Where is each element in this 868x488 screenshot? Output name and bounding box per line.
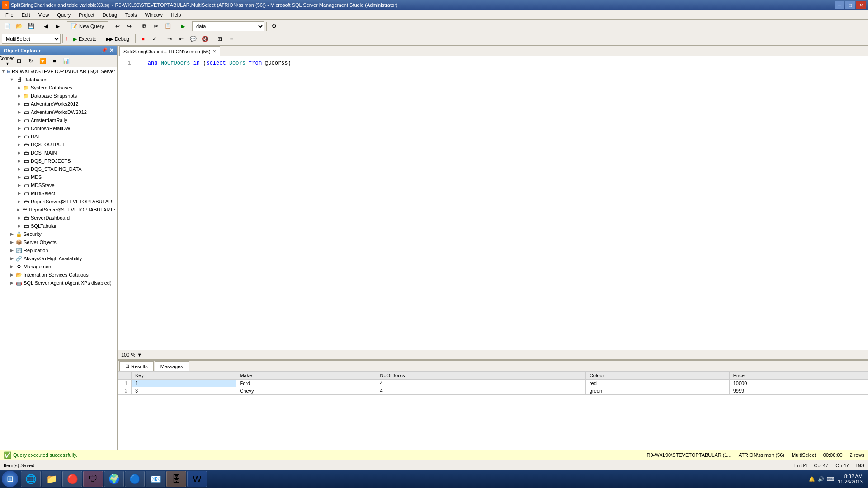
indent-button[interactable]: ⇥ (164, 34, 175, 44)
db-multiselect[interactable]: ▶ 🗃 MultiSelect (0, 189, 117, 197)
cell-key-2[interactable]: 3 (132, 387, 236, 395)
taskbar-folder[interactable]: 📁 (42, 471, 61, 487)
menu-window[interactable]: Window (142, 11, 166, 19)
replication-node[interactable]: ▶ 🔄 Replication (0, 246, 117, 254)
db-adventureworks2012[interactable]: ▶ 🗃 AdventureWorks2012 (0, 100, 117, 108)
snap-expand[interactable]: ▶ (15, 92, 23, 99)
open-button[interactable]: 📂 (14, 21, 24, 31)
taskbar-ssms[interactable]: 🗄 (166, 471, 186, 487)
new-file-button[interactable]: 📄 (2, 21, 13, 31)
cut-button[interactable]: ✂ (151, 21, 161, 31)
menu-tools[interactable]: Tools (122, 11, 141, 19)
db-serverdashboard[interactable]: ▶ 🗃 ServerDashboard (0, 214, 117, 222)
system-databases-node[interactable]: ▶ 📁 System Databases (0, 84, 117, 92)
menu-project[interactable]: Project (75, 11, 98, 19)
col-header-noofdoors[interactable]: NoOfDoors (376, 372, 585, 380)
options-button[interactable]: ⚙ (269, 21, 279, 31)
db-contosoretaildw[interactable]: ▶ 🗃 ContosoRetailDW (0, 124, 117, 132)
server-expand[interactable]: ▼ (1, 68, 6, 75)
db-adventureworksdw2012[interactable]: ▶ 🗃 AdventureWorksDW2012 (0, 108, 117, 116)
menu-debug[interactable]: Debug (99, 11, 121, 19)
oe-connect-button[interactable]: Connect ▾ (2, 56, 13, 66)
databases-expand[interactable]: ▼ (8, 76, 15, 83)
db-dqs-staging[interactable]: ▶ 🗃 DQS_STAGING_DATA (0, 165, 117, 173)
menu-file[interactable]: File (2, 11, 17, 19)
close-button[interactable]: ✕ (856, 1, 866, 9)
query-editor[interactable]: 1 and NoOfDoors in (select Doors from @D… (118, 56, 868, 350)
tab-close-icon[interactable]: ✕ (212, 49, 216, 54)
col-header-price[interactable]: Price (729, 372, 868, 380)
redo-button[interactable]: ↪ (124, 21, 135, 31)
cell-key-1[interactable]: 1 (132, 380, 236, 387)
db-amsterdamrally[interactable]: ▶ 🗃 AmsterdamRally (0, 116, 117, 124)
run-button[interactable]: ▶ (177, 21, 188, 31)
server-objects-node[interactable]: ▶ 📦 Server Objects (0, 238, 117, 246)
messages-tab[interactable]: Messages (155, 361, 189, 371)
databases-node[interactable]: ▼ 🗄 Databases (0, 75, 117, 84)
db-mds[interactable]: ▶ 🗃 MDS (0, 173, 117, 181)
paste-button[interactable]: 📋 (162, 21, 173, 31)
taskbar-word[interactable]: W (187, 471, 207, 487)
taskbar-ie[interactable]: 🌐 (21, 471, 41, 487)
table-row[interactable]: 2 3 Chevy 4 green 9999 (118, 387, 868, 395)
forward-button[interactable]: ▶ (52, 21, 63, 31)
db-dqs-projects[interactable]: ▶ 🗃 DQS_PROJECTS (0, 157, 117, 165)
oe-disconnect-button[interactable]: ⊟ (14, 56, 24, 66)
management-node[interactable]: ▶ ⚙ Management (0, 263, 117, 271)
results-grid-button[interactable]: ⊞ (214, 34, 225, 44)
zoom-dropdown-icon[interactable]: ▼ (137, 352, 142, 357)
taskbar-chrome[interactable]: 🔴 (62, 471, 82, 487)
start-button[interactable]: ⊞ (2, 471, 18, 487)
db-dqs-output[interactable]: ▶ 🗃 DQS_OUTPUT (0, 141, 117, 149)
db-dal[interactable]: ▶ 🗃 DAL (0, 132, 117, 141)
taskbar-lotus[interactable]: 📧 (146, 471, 165, 487)
taskbar-red-app[interactable]: 🛡 (83, 471, 103, 487)
oe-pin-icon[interactable]: 📌 (101, 47, 108, 53)
undo-button[interactable]: ↩ (112, 21, 123, 31)
query-tab[interactable]: SplitStringCharind...TRION\ssimon (56) ✕ (119, 46, 220, 56)
sql-agent-node[interactable]: ▶ 🤖 SQL Server Agent (Agent XPs disabled… (0, 279, 117, 287)
results-tab[interactable]: ⊞ Results (119, 361, 154, 371)
col-header-colour[interactable]: Colour (585, 372, 729, 380)
db-sqltabular[interactable]: ▶ 🗃 SQLTabular (0, 222, 117, 230)
back-button[interactable]: ◀ (40, 21, 51, 31)
results-text-button[interactable]: ≡ (226, 34, 237, 44)
col-header-make[interactable]: Make (236, 372, 376, 380)
sysdb-expand[interactable]: ▶ (15, 84, 23, 91)
taskbar-ie2[interactable]: 🔵 (125, 471, 145, 487)
db-snapshots-node[interactable]: ▶ 📁 Database Snapshots (0, 92, 117, 100)
oe-filter-button[interactable]: 🔽 (37, 56, 48, 66)
integration-services-node[interactable]: ▶ 📂 Integration Services Catalogs (0, 271, 117, 279)
maximize-button[interactable]: □ (845, 1, 855, 9)
stop-button[interactable]: ■ (137, 34, 148, 44)
menu-edit[interactable]: Edit (18, 11, 34, 19)
cell-doors-1[interactable]: 4 (376, 380, 585, 387)
database-dropdown[interactable]: data (192, 21, 264, 31)
db-mdssteve[interactable]: ▶ 🗃 MDSSteve (0, 181, 117, 189)
new-query-button[interactable]: 📝 New Query (67, 21, 108, 31)
db-reportserver[interactable]: ▶ 🗃 ReportServer$STEVETOPTABULAR (0, 197, 117, 206)
mode-dropdown[interactable]: MultiSelect (2, 34, 61, 44)
db-reportserver-te[interactable]: ▶ 🗃 ReportServer$STEVETOPTABULARTe (0, 206, 117, 214)
alwayson-node[interactable]: ▶ 🔗 AlwaysOn High Availability (0, 254, 117, 263)
parse-button[interactable]: ✓ (149, 34, 160, 44)
cell-colour-2[interactable]: green (585, 387, 729, 395)
menu-view[interactable]: View (35, 11, 53, 19)
oe-stop-button[interactable]: ■ (49, 56, 60, 66)
taskbar-globe[interactable]: 🌍 (104, 471, 124, 487)
outdent-button[interactable]: ⇤ (176, 34, 187, 44)
save-button[interactable]: 💾 (25, 21, 36, 31)
uncomment-button[interactable]: 🔇 (199, 34, 210, 44)
col-header-key[interactable]: Key (132, 372, 236, 380)
cell-colour-1[interactable]: red (585, 380, 729, 387)
debug-button[interactable]: ▶▶ Debug (102, 34, 133, 44)
comment-button[interactable]: 💬 (188, 34, 198, 44)
cell-price-2[interactable]: 9999 (729, 387, 868, 395)
db-dqs-main[interactable]: ▶ 🗃 DQS_MAIN (0, 149, 117, 157)
menu-query[interactable]: Query (53, 11, 74, 19)
server-node[interactable]: ▼ 🖥 R9-WXL90\STEVETOPTABULAR (SQL Server (0, 67, 117, 75)
cell-doors-2[interactable]: 4 (376, 387, 585, 395)
copy-button[interactable]: ⧉ (139, 21, 150, 31)
oe-close-icon[interactable]: ✕ (109, 47, 113, 53)
cell-make-2[interactable]: Chevy (236, 387, 376, 395)
